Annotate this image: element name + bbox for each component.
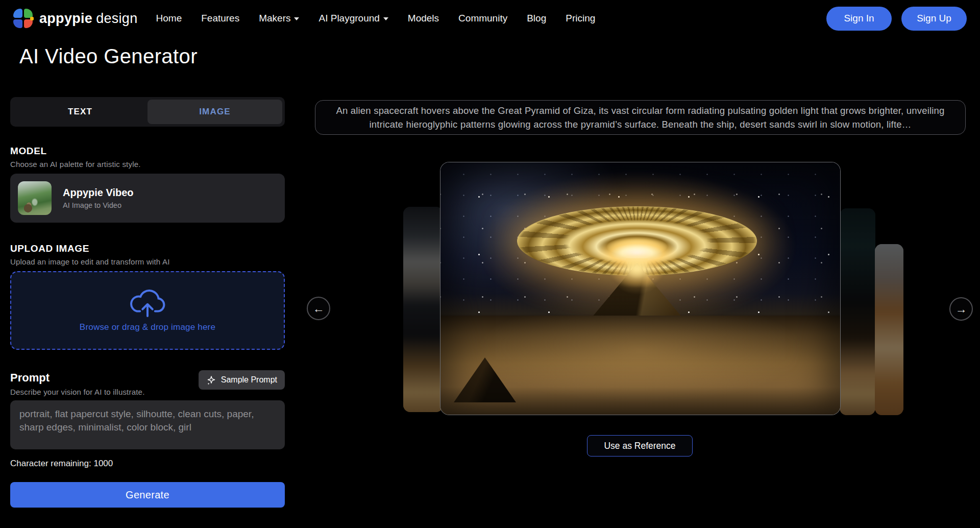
model-heading: MODEL [10, 146, 285, 157]
main-nav: Home Features Makers AI Playground Model… [156, 13, 596, 24]
nav-home[interactable]: Home [156, 13, 182, 24]
model-card-appypie-vibeo[interactable]: Appypie Vibeo AI Image to Video [10, 174, 285, 223]
generator-control-panel: TEXT IMAGE MODEL Choose an AI palette fo… [10, 97, 285, 508]
use-as-reference-button[interactable]: Use as Reference [587, 435, 693, 457]
carousel-next-slide-preview [840, 208, 875, 415]
dropzone-text: Browse or drag & drop image here [80, 322, 215, 332]
carousel-next-slide-preview-2 [875, 244, 903, 415]
sample-prompt-button[interactable]: Sample Prompt [199, 370, 285, 390]
pyramid-apex-glow [610, 250, 664, 287]
carousel-previous-button[interactable]: ← [307, 297, 330, 320]
carousel-next-button[interactable]: → [949, 297, 973, 321]
model-thumbnail [18, 181, 52, 215]
character-remaining-label: Character remaining: 1000 [10, 459, 285, 469]
model-subheading: Choose an AI palette for artistic style. [10, 160, 285, 169]
tab-text[interactable]: TEXT [13, 100, 148, 124]
image-upload-dropzone[interactable]: Browse or drag & drop image here [10, 271, 285, 350]
model-card-text: Appypie Vibeo AI Image to Video [63, 187, 134, 209]
nav-pricing[interactable]: Pricing [566, 13, 595, 24]
appypie-pie-icon [13, 9, 33, 28]
arrow-right-icon: → [955, 302, 967, 316]
tab-image[interactable]: IMAGE [148, 100, 282, 124]
page-title: AI Video Generator [19, 45, 198, 68]
sparkles-icon [206, 375, 216, 385]
ai-video-generator-page: appypiedesign Home Features Makers AI Pl… [0, 0, 980, 528]
carousel-previous-slide-preview [403, 207, 443, 412]
sign-in-button[interactable]: Sign In [826, 7, 892, 31]
brand-name: appypiedesign [39, 11, 138, 27]
prompt-input[interactable] [10, 400, 285, 449]
upload-subheading: Upload an image to edit and transform wi… [10, 257, 285, 266]
sample-prompt-text: An alien spacecraft hovers above the Gre… [329, 104, 952, 131]
model-card-subtitle: AI Image to Video [63, 201, 134, 209]
nav-blog[interactable]: Blog [527, 13, 546, 24]
arrow-left-icon: ← [313, 302, 325, 316]
cloud-upload-icon [128, 289, 167, 318]
carousel-current-slide[interactable] [440, 162, 841, 415]
upload-heading: UPLOAD IMAGE [10, 243, 285, 254]
nav-features[interactable]: Features [201, 13, 239, 24]
prompt-section-header: Prompt Sample Prompt Describe your visio… [10, 371, 285, 396]
appypie-logo[interactable]: appypiedesign [13, 9, 138, 28]
nav-models[interactable]: Models [408, 13, 439, 24]
mode-tabs: TEXT IMAGE [10, 97, 285, 127]
nav-ai-playground[interactable]: AI Playground [318, 13, 388, 24]
auth-buttons: Sign In Sign Up [826, 7, 967, 31]
nav-makers[interactable]: Makers [259, 13, 299, 24]
chevron-down-icon [294, 17, 299, 20]
sample-prompt-display: An alien spacecraft hovers above the Gre… [315, 100, 966, 135]
generate-button[interactable]: Generate [10, 482, 285, 508]
sign-up-button[interactable]: Sign Up [901, 7, 967, 31]
chevron-down-icon [383, 17, 388, 20]
model-card-title: Appypie Vibeo [63, 187, 134, 199]
nav-community[interactable]: Community [458, 13, 507, 24]
top-nav-bar: appypiedesign Home Features Makers AI Pl… [0, 0, 980, 37]
